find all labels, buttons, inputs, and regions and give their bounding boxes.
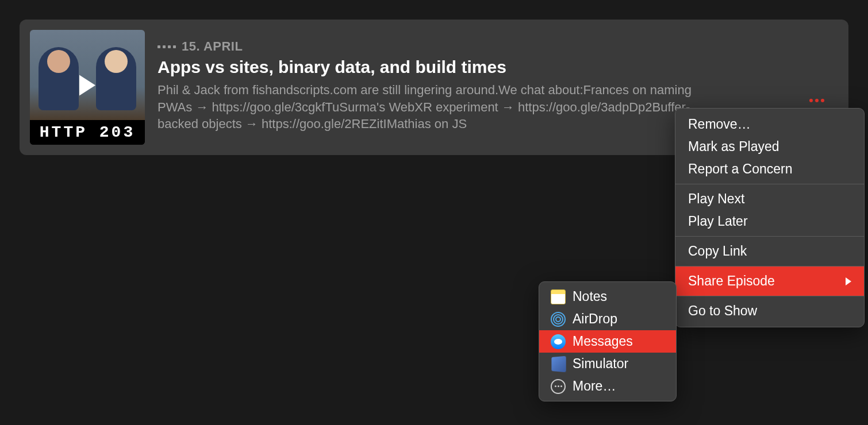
notes-icon (551, 289, 566, 304)
airdrop-icon (551, 312, 566, 327)
submenu-arrow-icon (846, 277, 851, 285)
context-menu[interactable]: Remove… Mark as Played Report a Concern … (675, 108, 865, 327)
menu-label: Play Next (688, 191, 744, 207)
share-label: Simulator (573, 356, 628, 372)
episode-description: Phil & Jack from fishandscripts.com are … (158, 82, 704, 133)
share-label: AirDrop (573, 311, 617, 327)
share-item-simulator[interactable]: Simulator (539, 353, 676, 375)
episode-title[interactable]: Apps vs sites, binary data, and build ti… (158, 57, 835, 77)
menu-label: Share Episode (688, 273, 775, 289)
more-dot-icon (809, 99, 813, 102)
share-label: Messages (573, 334, 633, 349)
menu-item-play-next[interactable]: Play Next (675, 184, 864, 210)
share-item-more[interactable]: More… (539, 375, 676, 397)
more-button[interactable] (805, 94, 829, 107)
menu-item-share-episode[interactable]: Share Episode (675, 266, 864, 296)
menu-item-report[interactable]: Report a Concern (675, 158, 864, 184)
menu-item-copy-link[interactable]: Copy Link (675, 237, 864, 266)
svg-point-1 (554, 315, 563, 324)
play-icon[interactable] (79, 75, 95, 95)
date-label: 15. APRIL (182, 39, 243, 54)
person-left (39, 47, 79, 110)
share-item-messages[interactable]: Messages (539, 330, 676, 353)
messages-icon (551, 334, 566, 349)
menu-label: Play Later (688, 214, 748, 229)
svg-point-0 (556, 317, 560, 322)
share-label: More… (573, 378, 616, 394)
share-label: Notes (573, 289, 607, 304)
share-item-airdrop[interactable]: AirDrop (539, 308, 676, 330)
menu-item-remove[interactable]: Remove… (675, 109, 864, 136)
menu-item-go-to-show[interactable]: Go to Show (675, 296, 864, 327)
artwork-label: HTTP 203 (30, 120, 145, 145)
person-right (96, 47, 136, 110)
episode-date: 15. APRIL (158, 39, 835, 54)
more-dot-icon (821, 99, 824, 102)
more-circle-icon (551, 379, 566, 394)
menu-item-play-later[interactable]: Play Later (675, 210, 864, 236)
menu-label: Copy Link (688, 244, 747, 259)
share-item-notes[interactable]: Notes (539, 285, 676, 308)
menu-label: Report a Concern (688, 161, 793, 177)
share-submenu[interactable]: Notes AirDrop Messages Simulator More… (539, 281, 677, 401)
menu-label: Go to Show (688, 303, 757, 319)
menu-item-mark-played[interactable]: Mark as Played (675, 136, 864, 158)
menu-label: Mark as Played (688, 139, 779, 154)
date-dots-icon (158, 45, 176, 48)
episode-artwork[interactable]: HTTP 203 (30, 30, 145, 145)
simulator-icon (551, 356, 566, 372)
menu-label: Remove… (688, 117, 751, 132)
more-dot-icon (815, 99, 819, 102)
